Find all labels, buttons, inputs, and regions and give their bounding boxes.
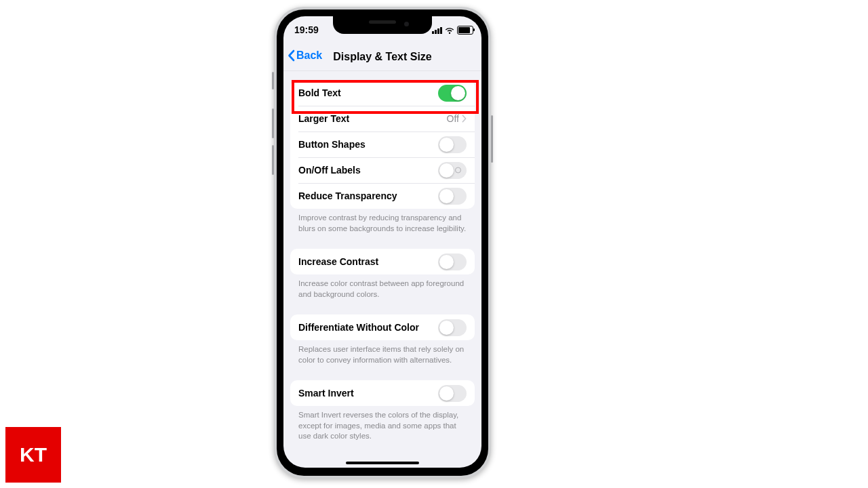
status-time: 19:59 — [294, 24, 319, 35]
home-indicator[interactable] — [346, 462, 419, 464]
kt-badge: KT — [5, 427, 61, 483]
setting-value: Off — [447, 113, 459, 124]
toggle-switch[interactable] — [438, 85, 467, 102]
settings-group: Smart InvertSmart Invert reverses the co… — [290, 380, 475, 442]
toggle-switch[interactable] — [438, 136, 467, 153]
toggle-switch[interactable] — [438, 253, 467, 270]
setting-label: Reduce Transparency — [298, 190, 438, 201]
nav-bar: Back Display & Text Size — [283, 43, 481, 71]
phone-screen: 19:59 Back Display & Text Size Bold Text… — [283, 16, 481, 468]
phone-frame: 19:59 Back Display & Text Size Bold Text… — [274, 7, 491, 479]
setting-differentiate-without-color[interactable]: Differentiate Without Color — [290, 314, 475, 340]
group-footer: Replaces user interface items that rely … — [290, 340, 475, 365]
setting-larger-text[interactable]: Larger TextOff — [290, 106, 475, 131]
setting-label: Smart Invert — [298, 388, 438, 399]
setting-label: Button Shapes — [298, 139, 438, 150]
settings-group: Increase ContrastIncrease color contrast… — [290, 249, 475, 300]
toggle-switch[interactable] — [438, 319, 467, 336]
setting-smart-invert[interactable]: Smart Invert — [290, 380, 475, 406]
wifi-icon — [445, 26, 454, 34]
setting-label: On/Off Labels — [298, 165, 438, 176]
toggle-switch[interactable] — [438, 385, 467, 402]
setting-reduce-transparency[interactable]: Reduce Transparency — [290, 183, 475, 209]
toggle-switch[interactable] — [438, 162, 467, 179]
setting-button-shapes[interactable]: Button Shapes — [290, 131, 475, 157]
setting-label: Bold Text — [298, 87, 438, 98]
group-footer: Smart Invert reverses the colors of the … — [290, 406, 475, 442]
battery-icon — [457, 26, 473, 35]
cellular-icon — [432, 27, 442, 34]
setting-label: Larger Text — [298, 113, 447, 124]
settings-content[interactable]: Bold TextLarger TextOffButton ShapesOn/O… — [283, 70, 481, 468]
setting-increase-contrast[interactable]: Increase Contrast — [290, 249, 475, 274]
notch — [333, 16, 432, 34]
setting-label: Differentiate Without Color — [298, 322, 438, 333]
toggle-switch[interactable] — [438, 188, 467, 205]
setting-bold-text[interactable]: Bold Text — [290, 80, 475, 106]
settings-group: Bold TextLarger TextOffButton ShapesOn/O… — [290, 80, 475, 234]
setting-label: Increase Contrast — [298, 256, 438, 267]
setting-on-off-labels[interactable]: On/Off Labels — [290, 157, 475, 183]
group-footer: Increase color contrast between app fore… — [290, 274, 475, 300]
group-footer: Improve contrast by reducing transparenc… — [290, 209, 475, 234]
settings-group: Differentiate Without ColorReplaces user… — [290, 314, 475, 365]
chevron-right-icon — [462, 115, 467, 123]
page-title: Display & Text Size — [283, 51, 481, 63]
